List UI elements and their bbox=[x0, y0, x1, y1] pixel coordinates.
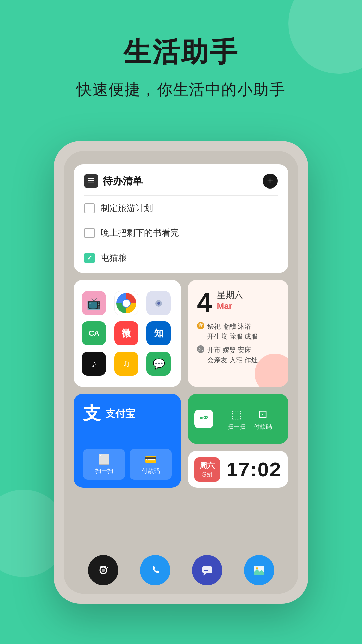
clock-day-en: Sat bbox=[202, 471, 212, 478]
bottom-dock bbox=[64, 547, 298, 594]
app-icon-tiktok[interactable]: ♪ bbox=[82, 352, 106, 376]
wechat-logo bbox=[194, 410, 213, 428]
todo-checkbox-3[interactable] bbox=[84, 253, 95, 263]
clock-day-badge: 周六 Sat bbox=[194, 457, 220, 482]
todo-header: ☰ 待办清单 + bbox=[84, 174, 278, 189]
calendar-day-number: 4 bbox=[197, 289, 212, 316]
alipay-logo: 支 bbox=[83, 402, 101, 425]
scan-icon: ⬜ bbox=[98, 454, 110, 465]
alipay-top: 支 支付宝 bbox=[83, 402, 172, 425]
header: 生活助手 快速便捷，你生活中的小助手 bbox=[0, 0, 362, 100]
dock-phone-button[interactable] bbox=[140, 555, 170, 585]
todo-divider bbox=[84, 245, 278, 245]
todo-text-3: 屯猫粮 bbox=[101, 252, 127, 264]
phone-mockup: ☰ 待办清单 + 制定旅游计划 晚上把剩下的书看完 bbox=[54, 141, 308, 604]
todo-checkbox-2[interactable] bbox=[84, 228, 95, 238]
dock-camera-button[interactable] bbox=[88, 555, 118, 585]
svg-point-1 bbox=[157, 302, 160, 305]
phone-inner: ☰ 待办清单 + 制定旅游计划 晚上把剩下的书看完 bbox=[64, 151, 298, 594]
svg-point-4 bbox=[201, 418, 202, 419]
alipay-name: 支付宝 bbox=[105, 407, 135, 421]
todo-divider bbox=[84, 220, 278, 220]
app-icon-wechat[interactable]: 💬 bbox=[146, 352, 171, 376]
calendar-date-row: 4 星期六 Mar bbox=[197, 289, 279, 316]
wechat-scan-label: 扫一扫 bbox=[228, 423, 246, 431]
app-icon-chrome[interactable] bbox=[114, 291, 138, 315]
todo-list-icon: ☰ bbox=[84, 174, 98, 188]
middle-row: 📺 CA 微 知 bbox=[74, 280, 288, 387]
bottom-row: 支 支付宝 ⬜ 扫一扫 💳 付款码 bbox=[74, 394, 288, 488]
todo-item[interactable]: 晚上把剩下的书看完 bbox=[84, 227, 278, 239]
page-subtitle: 快速便捷，你生活中的小助手 bbox=[0, 79, 362, 100]
calendar-day-info: 星期六 Mar bbox=[217, 289, 243, 311]
wechat-pay-label: 付款码 bbox=[254, 423, 272, 431]
pay-icon: 💳 bbox=[145, 454, 157, 465]
clock-time: 17:02 bbox=[227, 458, 281, 481]
calendar-weekday: 星期六 bbox=[217, 289, 243, 301]
todo-header-left: ☰ 待办清单 bbox=[84, 174, 143, 188]
alipay-widget: 支 支付宝 ⬜ 扫一扫 💳 付款码 bbox=[74, 394, 181, 488]
calendar-widget: 4 星期六 Mar 宜 祭祀 斋醮 沐浴 开生坟 除服 成服 忌 开市 嫁娶 安… bbox=[188, 280, 288, 387]
svg-rect-12 bbox=[202, 566, 212, 573]
app-icon-music[interactable]: ♫ bbox=[114, 352, 138, 376]
todo-text-2: 晚上把剩下的书看完 bbox=[101, 227, 179, 239]
alipay-actions: ⬜ 扫一扫 💳 付款码 bbox=[83, 449, 172, 480]
app-icon-weibo[interactable]: 微 bbox=[114, 321, 138, 345]
wechat-pay-icon: ⊡ bbox=[258, 407, 267, 421]
right-column: ⬚ 扫一扫 ⊡ 付款码 周六 Sat bbox=[188, 394, 288, 488]
alipay-scan-button[interactable]: ⬜ 扫一扫 bbox=[83, 449, 125, 480]
alipay-scan-label: 扫一扫 bbox=[95, 467, 113, 475]
wechat-scan-icon: ⬚ bbox=[231, 407, 242, 421]
todo-add-button[interactable]: + bbox=[263, 174, 278, 189]
wechat-scan-button[interactable]: ⬚ 扫一扫 bbox=[228, 407, 246, 431]
calendar-good-section: 宜 祭祀 斋醮 沐浴 开生坟 除服 成服 bbox=[197, 321, 279, 341]
todo-title: 待办清单 bbox=[103, 174, 143, 188]
todo-checkbox-1[interactable] bbox=[84, 203, 95, 213]
svg-point-11 bbox=[107, 567, 108, 568]
clock-widget: 周六 Sat 17:02 bbox=[188, 451, 288, 488]
dock-gallery-button[interactable] bbox=[244, 555, 274, 585]
alipay-pay-button[interactable]: 💳 付款码 bbox=[130, 449, 172, 480]
app-grid-widget: 📺 CA 微 知 bbox=[74, 280, 181, 387]
calendar-good-items: 祭祀 斋醮 沐浴 开生坟 除服 成服 bbox=[207, 321, 279, 341]
app-icon-zhihu[interactable]: 知 bbox=[146, 321, 171, 345]
svg-point-7 bbox=[206, 417, 207, 418]
todo-text-1: 制定旅游计划 bbox=[101, 202, 153, 214]
todo-item[interactable]: 屯猫粮 bbox=[84, 252, 278, 264]
wechat-action-buttons: ⬚ 扫一扫 ⊡ 付款码 bbox=[218, 407, 282, 431]
dock-message-button[interactable] bbox=[192, 555, 222, 585]
wechat-pay-button[interactable]: ⊡ 付款码 bbox=[254, 407, 272, 431]
todo-divider bbox=[84, 195, 278, 196]
calendar-bad-badge: 忌 bbox=[197, 345, 204, 353]
calendar-month: Mar bbox=[217, 301, 243, 311]
todo-widget: ☰ 待办清单 + 制定旅游计划 晚上把剩下的书看完 bbox=[74, 164, 288, 273]
app-icon-smart[interactable] bbox=[146, 291, 171, 315]
svg-point-5 bbox=[202, 418, 203, 419]
alipay-pay-label: 付款码 bbox=[142, 467, 160, 475]
todo-item[interactable]: 制定旅游计划 bbox=[84, 202, 278, 214]
svg-point-6 bbox=[204, 417, 205, 418]
app-icon-green[interactable]: CA bbox=[82, 321, 106, 345]
wechat-widget: ⬚ 扫一扫 ⊡ 付款码 bbox=[188, 394, 288, 444]
app-icon-xiaohongshu[interactable]: 📺 bbox=[82, 291, 106, 315]
clock-weekday: 周六 bbox=[200, 461, 215, 471]
page-title: 生活助手 bbox=[0, 37, 362, 67]
widgets-area: ☰ 待办清单 + 制定旅游计划 晚上把剩下的书看完 bbox=[64, 151, 298, 579]
calendar-good-badge: 宜 bbox=[197, 322, 204, 329]
